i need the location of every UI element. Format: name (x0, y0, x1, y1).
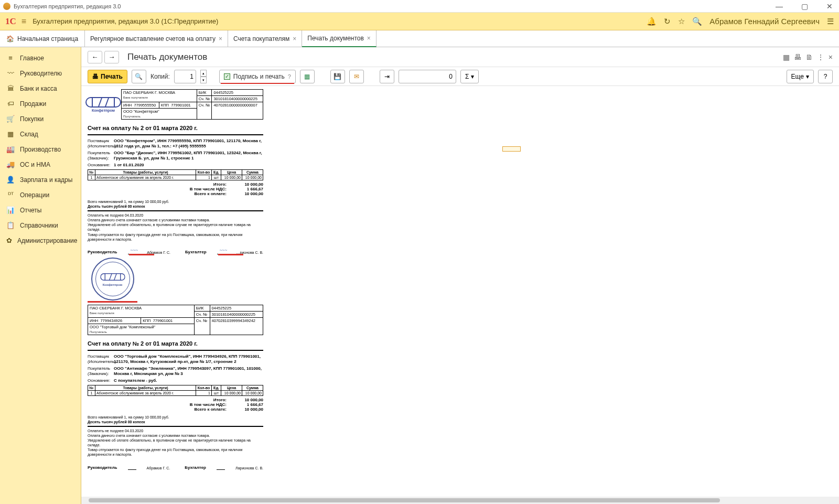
close-icon[interactable]: × (293, 35, 296, 42)
copies-up[interactable]: ▴ (200, 70, 207, 77)
magnifier-icon: 🔍 (135, 73, 143, 80)
cursor-indicator (502, 146, 521, 152)
help-button[interactable]: ? (818, 70, 833, 83)
kebab-icon[interactable]: ⋮ (817, 53, 824, 61)
edit-layout-button[interactable]: ▦ (300, 70, 315, 83)
close-window-button[interactable]: ✕ (823, 2, 836, 10)
home-label: Начальная страница (17, 35, 78, 42)
tab-regular-invoicing[interactable]: Регулярное выставление счетов на оплату … (85, 30, 228, 47)
invoice-document-2: ПАО СБЕРБАНК Г. МОСКВАБанк получателяБИК… (88, 305, 263, 470)
check-icon: ✓ (224, 73, 230, 80)
copies-label: Копий: (150, 73, 170, 80)
sidebar-item-production[interactable]: 🏭Производство (0, 142, 81, 157)
table-view-icon[interactable]: ▦ (783, 53, 790, 61)
factory-icon: 🏭 (6, 145, 15, 153)
invoice-heading: Счет на оплату № 2 от 01 марта 2020 г. (88, 125, 263, 131)
minimize-button[interactable]: — (773, 2, 786, 10)
sidebar-item-main[interactable]: ≡Главное (0, 50, 81, 66)
preview-button[interactable]: 🔍 (132, 70, 146, 83)
page-title: Печать документов (127, 52, 207, 62)
bars-icon: 📊 (6, 206, 15, 214)
mail-icon: ✉ (354, 73, 359, 80)
tag-icon: 🏷 (6, 100, 15, 108)
debit-icon: ᴰᵀ (6, 191, 15, 199)
bell-icon[interactable]: 🔔 (647, 17, 657, 26)
copies-input[interactable] (174, 70, 196, 83)
close-icon[interactable]: × (219, 35, 222, 42)
sidebar: ≡Главное 〰Руководителю 🏛Банк и касса 🏷Пр… (0, 47, 81, 504)
arrow-icon: ⇥ (384, 73, 390, 80)
nav-forward-button[interactable]: → (104, 51, 119, 63)
tab-print-documents[interactable]: Печать документов × (302, 30, 377, 47)
panel-toggle-icon[interactable]: ☰ (827, 17, 834, 26)
clipboard-icon: 📋 (6, 221, 15, 229)
star-icon[interactable]: ☆ (678, 17, 685, 26)
sidebar-item-sales[interactable]: 🏷Продажи (0, 96, 81, 111)
print-icon[interactable]: 🖶 (794, 53, 801, 61)
nav-back-button[interactable]: ← (88, 51, 102, 63)
sum-input[interactable] (399, 70, 456, 83)
items-table: №Товары (работы, услуги)Кол-воЕд.ЦенаСум… (88, 169, 263, 180)
sidebar-item-purchases[interactable]: 🛒Покупки (0, 111, 81, 126)
sidebar-item-admin[interactable]: ✿Администрирование (0, 233, 81, 248)
scrollbar-thumb[interactable] (89, 498, 720, 502)
menu-icon: ≡ (6, 54, 15, 62)
grid-icon: ▦ (6, 130, 15, 138)
sidebar-item-assets[interactable]: 🚚ОС и НМА (0, 157, 81, 172)
close-page-icon[interactable]: × (829, 53, 833, 61)
invoice-document-1: Конфетпром ПАО СБЕРБАНК Г. МОСКВАБанк по… (88, 89, 263, 301)
sidebar-item-manager[interactable]: 〰Руководителю (0, 66, 81, 81)
sidebar-item-hr[interactable]: 👤Зарплата и кадры (0, 172, 81, 187)
bank-icon: 🏛 (6, 84, 15, 92)
help-icon: ? (288, 73, 291, 80)
save-button[interactable]: 💾 (330, 70, 345, 83)
more-button[interactable]: Еще ▾ (787, 70, 814, 83)
app-header: 1С ≡ Бухгалтерия предприятия, редакция 3… (0, 13, 839, 30)
top-tabs: 🏠 Начальная страница Регулярное выставле… (0, 30, 839, 47)
tab-customer-invoices[interactable]: Счета покупателям × (228, 30, 302, 47)
app-title: Бухгалтерия предприятия, редакция 3.0 (14, 3, 121, 9)
sidebar-item-catalogs[interactable]: 📋Справочники (0, 218, 81, 233)
document-icon[interactable]: 🗎 (805, 53, 813, 61)
app-icon (3, 3, 10, 10)
layout-icon: ▦ (304, 73, 310, 80)
sidebar-item-warehouse[interactable]: ▦Склад (0, 126, 81, 142)
truck-icon: 🚚 (6, 160, 15, 168)
sigma-button[interactable]: Σ ▾ (460, 70, 479, 83)
horizontal-scrollbar[interactable] (81, 497, 839, 504)
chart-icon: 〰 (6, 69, 15, 77)
close-icon[interactable]: × (367, 35, 371, 42)
logo: 1С (5, 16, 16, 27)
history-icon[interactable]: ↻ (664, 17, 671, 26)
print-button[interactable]: 🖶 Печать (88, 70, 127, 83)
document-area[interactable]: Конфетпром ПАО СБЕРБАНК Г. МОСКВАБанк по… (81, 86, 839, 497)
hamburger-icon[interactable]: ≡ (21, 17, 26, 26)
cart-icon: 🛒 (6, 115, 15, 123)
os-titlebar: Бухгалтерия предприятия, редакция 3.0 — … (0, 0, 839, 13)
toolbar: 🖶 Печать 🔍 Копий: ▴ ▾ ✓ Подпись и печать… (81, 67, 839, 86)
invoice-heading: Счет на оплату № 2 от 01 марта 2020 г. (88, 340, 263, 347)
sidebar-item-operations[interactable]: ᴰᵀОперации (0, 187, 81, 202)
maximize-button[interactable]: ▢ (798, 2, 811, 10)
sidebar-item-bank[interactable]: 🏛Банк и касса (0, 81, 81, 96)
printer-icon: 🖶 (92, 73, 99, 80)
home-tab[interactable]: 🏠 Начальная страница (0, 30, 85, 47)
email-button[interactable]: ✉ (349, 70, 364, 83)
user-name[interactable]: Абрамов Геннадий Сергеевич (709, 17, 820, 26)
page-topbar: ← → Печать документов ▦ 🖶 🗎 ⋮ × (81, 47, 839, 67)
disk-icon: 💾 (334, 73, 341, 80)
arrow-button[interactable]: ⇥ (380, 70, 394, 83)
person-icon: 👤 (6, 176, 15, 184)
sidebar-item-reports[interactable]: 📊Отчеты (0, 202, 81, 218)
home-icon: 🏠 (6, 35, 14, 42)
search-icon[interactable]: 🔍 (692, 17, 702, 26)
items-table: №Товары (работы, услуги)Кол-воЕд.ЦенаСум… (88, 385, 263, 396)
copies-down[interactable]: ▾ (200, 77, 207, 83)
gear-icon: ✿ (6, 237, 12, 244)
header-title: Бухгалтерия предприятия, редакция 3.0 (1… (33, 17, 218, 25)
sign-stamp-toggle[interactable]: ✓ Подпись и печать ? (219, 70, 296, 83)
stamp-icon: Конфетпром (91, 258, 134, 301)
